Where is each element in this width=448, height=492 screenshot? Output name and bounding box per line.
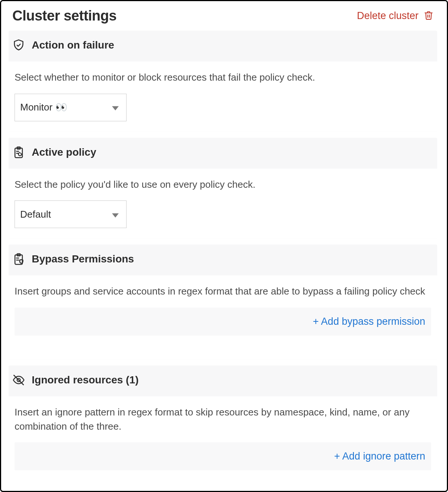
ignore-action-bar: + Add ignore pattern (15, 442, 431, 470)
section-description: Select whether to monitor or block resou… (15, 71, 431, 85)
section-body: Select the policy you'd like to use on e… (9, 168, 437, 239)
section-description: Insert an ignore pattern in regex format… (15, 405, 431, 433)
sections: Action on failure Select whether to moni… (9, 31, 437, 483)
active-policy-select[interactable]: Default (15, 200, 127, 228)
clipboard-shield-icon (12, 253, 25, 265)
section-action-on-failure: Action on failure Select whether to moni… (9, 31, 437, 132)
delete-cluster-group: Delete cluster (357, 10, 433, 22)
section-description: Insert groups and service accounts in re… (15, 284, 431, 299)
page-title: Cluster settings (12, 8, 116, 24)
spacer (15, 336, 431, 349)
svg-marker-0 (112, 106, 119, 110)
add-bypass-permission-button[interactable]: + Add bypass permission (313, 316, 425, 327)
bypass-action-bar: + Add bypass permission (15, 308, 431, 336)
chevron-down-icon (112, 102, 119, 113)
eye-off-icon (12, 374, 25, 386)
section-body: Insert groups and service accounts in re… (9, 275, 437, 359)
section-header: Ignored resources (1) (9, 365, 437, 396)
clipboard-icon (12, 146, 25, 159)
select-value: Monitor 👀 (20, 102, 67, 113)
select-value: Default (20, 209, 51, 220)
section-bypass-permissions: Bypass Permissions Insert groups and ser… (9, 245, 437, 359)
section-title: Bypass Permissions (32, 253, 134, 265)
settings-scroll[interactable]: Cluster settings Delete cluster (9, 8, 439, 483)
settings-panel-frame: Cluster settings Delete cluster (0, 0, 448, 492)
section-description: Select the policy you'd like to use on e… (15, 178, 431, 192)
spacer (15, 470, 431, 483)
section-body: Insert an ignore pattern in regex format… (9, 396, 437, 483)
delete-cluster-link[interactable]: Delete cluster (357, 10, 419, 22)
section-active-policy: Active policy Select the policy you'd li… (9, 138, 437, 239)
shield-check-icon (12, 39, 25, 52)
section-title: Action on failure (32, 39, 114, 51)
section-title: Active policy (32, 146, 96, 158)
section-title: Ignored resources (1) (32, 374, 139, 386)
section-body: Select whether to monitor or block resou… (9, 61, 437, 132)
section-header: Action on failure (9, 31, 437, 61)
svg-marker-5 (112, 213, 119, 217)
header: Cluster settings Delete cluster (9, 8, 437, 31)
section-header: Active policy (9, 138, 437, 168)
action-on-failure-select[interactable]: Monitor 👀 (15, 94, 127, 121)
chevron-down-icon (112, 209, 119, 220)
trash-icon[interactable] (424, 10, 433, 22)
add-ignore-pattern-button[interactable]: + Add ignore pattern (334, 451, 425, 462)
section-header: Bypass Permissions (9, 245, 437, 275)
section-ignored-resources: Ignored resources (1) Insert an ignore p… (9, 365, 437, 483)
